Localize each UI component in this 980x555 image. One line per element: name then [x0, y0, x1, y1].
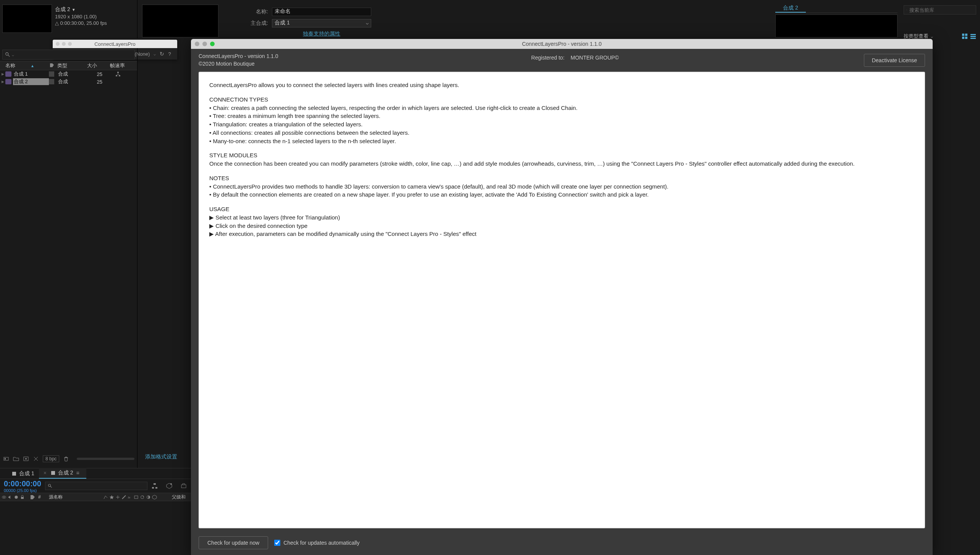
maincomp-label: 主合成: [245, 20, 268, 27]
doc-line: • ConnectLayersPro provides two methods … [209, 183, 668, 190]
motion-blur-icon[interactable] [140, 495, 145, 500]
new-folder-icon[interactable] [13, 456, 19, 462]
check-update-button[interactable]: Check for update now [199, 536, 268, 549]
traffic-max-icon[interactable] [68, 42, 72, 46]
3d-layer-icon[interactable] [152, 495, 157, 500]
project-row[interactable]: ▶ 合成 1 合成 25 [0, 70, 137, 78]
chevron-down-icon[interactable]: ▼ [72, 8, 76, 12]
registered-label: Registered to: [531, 55, 564, 61]
traffic-min-icon[interactable] [202, 42, 207, 46]
chevron-down-icon[interactable]: ⌵ [154, 52, 156, 56]
check-auto-label[interactable]: Check for updates automatically [274, 540, 359, 546]
comp-thumbnail[interactable] [2, 5, 52, 33]
solo-icon[interactable] [14, 495, 19, 500]
col-parent[interactable]: 父级和 [172, 494, 191, 500]
comp-dimensions: 1920 x 1080 (1.00) [55, 14, 135, 19]
name-input[interactable]: 未命名 [272, 8, 371, 16]
library-search[interactable] [904, 5, 976, 15]
check-auto-text: Check for updates automatically [283, 540, 359, 546]
fx-star-icon[interactable] [109, 495, 114, 500]
refresh-icon[interactable]: ↻ [160, 51, 164, 57]
menu-icon[interactable]: ≡ [76, 470, 82, 476]
expand-icon[interactable]: ▶ [0, 72, 5, 76]
timeline-tab-label: 合成 1 [19, 470, 34, 477]
col-type-header[interactable]: 类型 [57, 62, 87, 69]
eye-icon[interactable] [2, 495, 6, 500]
adjustment-layer-icon[interactable] [146, 495, 151, 500]
project-item-name[interactable]: 合成 2 [13, 78, 49, 85]
sort-asc-icon[interactable]: ▲ [31, 64, 34, 68]
col-source-name[interactable]: 源名称 [46, 494, 103, 500]
fx-icon[interactable]: fx [128, 495, 133, 500]
timeline-tab[interactable]: × 合成 2 ≡ [39, 468, 86, 479]
project-item-type: 合成 [58, 78, 86, 85]
disk-cache-bar [77, 458, 134, 460]
timeline-tab[interactable]: 合成 1 [8, 469, 39, 479]
project-item-name[interactable]: 合成 1 [13, 71, 49, 77]
section-title: CONNECTION TYPES [209, 96, 268, 103]
color-label[interactable] [49, 71, 54, 77]
grid-view-icon[interactable] [962, 33, 968, 39]
traffic-close-icon[interactable] [56, 42, 60, 46]
list-view-icon[interactable] [970, 33, 976, 39]
help-icon[interactable]: ? [168, 51, 171, 57]
quality-icon[interactable] [121, 495, 126, 500]
close-icon[interactable]: × [44, 470, 47, 476]
traffic-close-icon[interactable] [195, 42, 199, 46]
svg-point-18 [25, 458, 27, 460]
shy-icon[interactable] [180, 482, 187, 489]
dialog-version: ConnectLayersPro - version 1.1.0 [199, 53, 531, 60]
collapse-icon[interactable] [115, 495, 120, 500]
project-item-type: 合成 [58, 71, 86, 77]
maincomp-select[interactable]: 合成 1 [272, 19, 371, 27]
deactivate-license-button[interactable]: Deactivate License [864, 54, 925, 67]
flowchart-icon[interactable] [115, 71, 121, 77]
svg-line-1 [907, 10, 907, 10]
col-name-header[interactable]: 名称 [5, 62, 15, 69]
svg-line-20 [50, 486, 52, 488]
bpc-button[interactable]: 8 bpc [43, 455, 59, 462]
preview-box [142, 5, 218, 37]
search-icon [5, 52, 10, 57]
project-search[interactable]: ⌵ [2, 50, 135, 60]
new-comp-icon[interactable] [23, 456, 29, 462]
draft-3d-icon[interactable] [166, 482, 173, 489]
col-size-header[interactable]: 大小 [87, 62, 110, 69]
frame-blend-icon[interactable] [134, 495, 139, 500]
clp-about-dialog: ConnectLayersPro - version 1.1.0 Connect… [191, 39, 933, 555]
doc-line: • Triangulation: creates a triangulation… [209, 121, 362, 127]
svg-rect-16 [5, 458, 6, 460]
expand-icon[interactable]: ▶ [0, 80, 5, 84]
color-label[interactable] [49, 79, 54, 84]
add-format-button[interactable]: 添加格式设置 [145, 453, 177, 460]
comp-title: 合成 2 [55, 6, 70, 13]
tag-icon[interactable] [30, 495, 35, 500]
svg-rect-29 [21, 497, 24, 499]
chevron-down-icon[interactable]: ⌵ [931, 34, 933, 39]
library-search-input[interactable] [909, 7, 974, 13]
check-auto-checkbox[interactable] [274, 540, 280, 546]
svg-rect-8 [970, 38, 976, 39]
tag-icon[interactable] [50, 63, 54, 68]
adjustment-icon[interactable] [33, 456, 39, 462]
chevron-down-icon[interactable]: ⌵ [12, 53, 14, 57]
svg-rect-2 [962, 34, 964, 36]
trash-icon[interactable] [63, 456, 69, 462]
lock-icon[interactable] [20, 495, 25, 500]
intro-text: ConnectLayersPro allows you to connect t… [209, 81, 914, 89]
right-panel-tab[interactable]: 合成 2 [775, 4, 806, 13]
right-preview [775, 15, 898, 37]
shy-icon[interactable] [103, 495, 108, 500]
comp-flowchart-icon[interactable] [151, 482, 158, 489]
solo-attributes-link[interactable]: 独奏支持的属性 [272, 31, 371, 37]
timecode[interactable]: 0:00:00:00 [4, 479, 41, 488]
traffic-min-icon[interactable] [62, 42, 66, 46]
traffic-max-icon[interactable] [210, 42, 215, 46]
doc-line: • Many-to-one: connects the n-1 selected… [209, 138, 396, 144]
project-row[interactable]: ▶ 合成 2 合成 25 [0, 78, 137, 86]
speaker-icon[interactable] [8, 495, 13, 500]
timeline-search[interactable] [45, 482, 147, 490]
svg-rect-12 [117, 72, 119, 73]
col-fps-header[interactable]: 帧速率 [110, 62, 137, 69]
interpret-footage-icon[interactable] [3, 456, 9, 462]
